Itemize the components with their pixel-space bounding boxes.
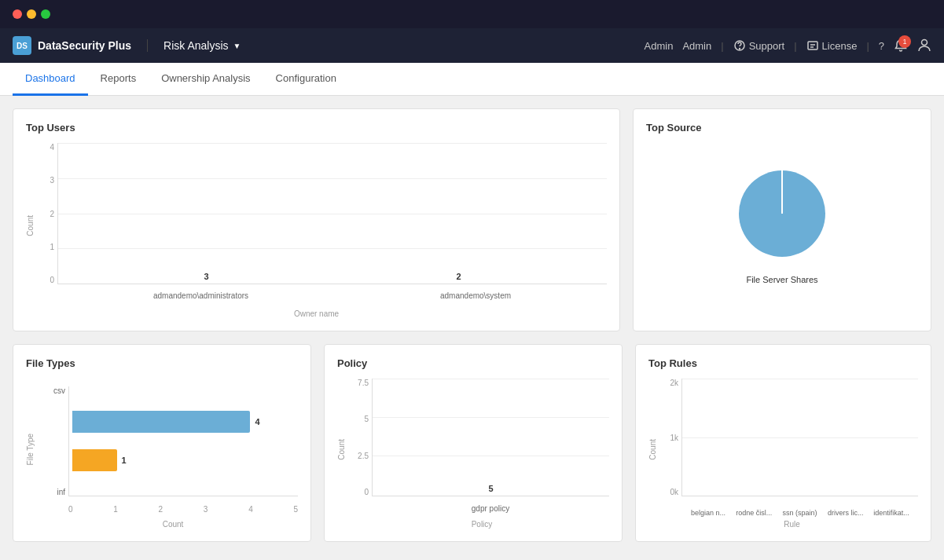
pie-container: File Server Shares bbox=[646, 143, 918, 300]
pol-bar-group: 5 bbox=[460, 484, 523, 496]
tr-x-4: identifikat... bbox=[871, 509, 912, 517]
ft-bar-row-1: 1 bbox=[72, 449, 295, 471]
ft-bar-row-0: 4 bbox=[72, 411, 295, 433]
top-rules-panel: Top Rules Count 0k 1k 2k bbox=[635, 344, 931, 542]
top-users-panel: Top Users Count 0 1 2 3 4 bbox=[13, 108, 620, 331]
pol-gl-2 bbox=[373, 417, 609, 418]
tab-ownership-analysis[interactable]: Ownership Analysis bbox=[149, 63, 263, 96]
ft-bars: 4 1 bbox=[69, 386, 298, 496]
file-types-chart: File Type csv inf bbox=[26, 379, 298, 520]
tab-reports[interactable]: Reports bbox=[88, 63, 149, 96]
pol-chart-body: 0 2.5 5 7.5 5 bbox=[351, 379, 609, 520]
tr-y-1: 1k bbox=[670, 434, 678, 442]
gridline-4 bbox=[58, 143, 607, 178]
nav-bar: DS DataSecurity Plus Risk Analysis ▼ Adm… bbox=[0, 28, 944, 63]
ft-y-csv: csv bbox=[53, 386, 65, 395]
support-link[interactable]: Support bbox=[733, 39, 785, 52]
pol-y-0: 0 bbox=[364, 488, 369, 496]
ft-val-1: 1 bbox=[122, 456, 127, 465]
ft-y-title: File Type bbox=[26, 434, 35, 465]
top-source-title: Top Source bbox=[646, 122, 918, 134]
ft-y-inf: inf bbox=[57, 488, 65, 496]
tr-y-2: 2k bbox=[670, 379, 678, 387]
ft-chart-body: csv inf 4 bbox=[48, 379, 298, 520]
x-labels: admandemo\administrators admandemo\syste… bbox=[57, 291, 607, 300]
pie-chart bbox=[727, 159, 837, 269]
top-rules-chart: Count 0k 1k 2k bbox=[648, 379, 918, 520]
ft-y-title-wrap: File Type bbox=[26, 379, 48, 520]
top-users-chart-body: 0 1 2 3 4 bbox=[40, 143, 607, 308]
help-icon[interactable]: ? bbox=[879, 40, 884, 52]
license-link[interactable]: License bbox=[806, 39, 858, 52]
pol-y-title: Count bbox=[337, 439, 346, 460]
user-avatar-icon[interactable] bbox=[917, 38, 931, 54]
pol-gl-1 bbox=[373, 379, 609, 379]
gridline-3 bbox=[58, 178, 607, 214]
svg-rect-2 bbox=[808, 42, 817, 49]
notifications-button[interactable]: 1 bbox=[894, 38, 908, 53]
y-label-3: 3 bbox=[50, 176, 54, 185]
ft-plot: 4 1 bbox=[68, 386, 298, 496]
pol-y-title-wrap: Count bbox=[337, 379, 351, 520]
license-icon bbox=[806, 39, 819, 52]
minimize-button[interactable] bbox=[27, 9, 36, 19]
tr-gl-2 bbox=[682, 437, 918, 438]
tab-dashboard[interactable]: Dashboard bbox=[13, 63, 88, 96]
pol-plot: 5 bbox=[372, 379, 609, 496]
pol-y-labels: 0 2.5 5 7.5 bbox=[351, 379, 369, 496]
y-label-1: 1 bbox=[50, 243, 54, 251]
close-button[interactable] bbox=[13, 9, 22, 19]
ft-bar-1 bbox=[72, 449, 117, 471]
tr-chart-body: 0k 1k 2k bbox=[663, 379, 918, 520]
brand-name: DataSecurity Plus bbox=[38, 39, 131, 52]
svg-point-1 bbox=[739, 49, 740, 49]
tr-y-0: 0k bbox=[670, 488, 678, 496]
x-axis-title: Owner name bbox=[26, 309, 607, 318]
chevron-down-icon: ▼ bbox=[233, 42, 241, 50]
tr-x-1: rodne čisl... bbox=[733, 509, 774, 517]
tr-x-labels: belgian n... rodne čisl... ssn (spain) d… bbox=[681, 509, 918, 517]
license-text: License bbox=[822, 40, 858, 52]
row-2: File Types File Type csv inf bbox=[13, 344, 931, 542]
tr-x-title: Rule bbox=[648, 520, 918, 529]
top-rules-title: Top Rules bbox=[648, 357, 918, 369]
policy-chart: Count 0 2.5 5 7.5 bbox=[337, 379, 609, 520]
nav-right: Admin Admin | Support | License | ? 1 bbox=[645, 38, 931, 54]
gridline-1 bbox=[58, 248, 607, 284]
y-axis-title: Count bbox=[26, 215, 35, 236]
sep3: | bbox=[866, 40, 869, 52]
ft-x-4: 4 bbox=[248, 505, 253, 514]
policy-panel: Policy Count 0 2.5 5 7.5 bbox=[324, 344, 623, 542]
ft-x-2: 2 bbox=[159, 505, 163, 514]
pol-y-25: 2.5 bbox=[358, 452, 369, 460]
title-bar bbox=[0, 0, 944, 28]
nav-module[interactable]: Risk Analysis ▼ bbox=[147, 39, 241, 52]
tr-y-title: Count bbox=[648, 439, 657, 460]
pol-bars: 5 bbox=[373, 379, 609, 496]
ft-x-3: 3 bbox=[204, 505, 208, 514]
x-label-0: admandemo\administrators bbox=[153, 291, 248, 300]
admin-link[interactable]: Admin bbox=[645, 40, 674, 52]
sep1: | bbox=[721, 40, 723, 52]
brand-icon: DS bbox=[13, 36, 31, 55]
tr-plot bbox=[681, 379, 918, 496]
tab-configuration[interactable]: Configuration bbox=[263, 63, 349, 96]
top-source-panel: Top Source File Server Shares bbox=[633, 108, 931, 331]
brand: DS DataSecurity Plus bbox=[13, 36, 131, 55]
module-name: Risk Analysis bbox=[163, 39, 228, 52]
svg-point-3 bbox=[922, 39, 927, 45]
main-content: Top Users Count 0 1 2 3 4 bbox=[0, 96, 944, 560]
top-users-title: Top Users bbox=[26, 122, 607, 134]
y-axis-title-container: Count bbox=[26, 143, 40, 308]
tr-x-2: ssn (spain) bbox=[779, 509, 820, 517]
pol-bar-val: 5 bbox=[488, 484, 493, 493]
notification-badge: 1 bbox=[898, 35, 911, 48]
ft-x-labels: 0 1 2 3 4 5 bbox=[68, 505, 298, 514]
nav-admin-text[interactable]: Admin bbox=[682, 40, 711, 52]
tr-y-labels: 0k 1k 2k bbox=[663, 379, 678, 496]
ft-y-labels: csv inf bbox=[48, 386, 65, 496]
pol-x-title: Policy bbox=[337, 520, 609, 529]
maximize-button[interactable] bbox=[41, 9, 50, 19]
nav-left: DS DataSecurity Plus Risk Analysis ▼ bbox=[13, 36, 241, 55]
gridline-2 bbox=[58, 214, 607, 249]
